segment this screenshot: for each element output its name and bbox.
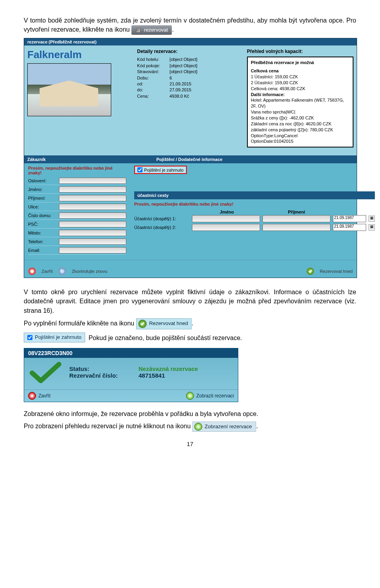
traveller-label: Účastníci (dospělý) 2: bbox=[134, 225, 190, 230]
traveller-label: Účastníci (dospělý) 1: bbox=[134, 216, 190, 221]
traveller-header-row: Jméno Příjmení bbox=[134, 209, 375, 215]
reserve-now-icon[interactable] bbox=[306, 267, 314, 275]
reservation-code: 08V223RCD3N00 bbox=[24, 348, 238, 358]
screenshot-reservation-status: 08V223RCD3N00 Status: Nezávazná rezervac… bbox=[24, 348, 238, 402]
capacity-line: 1 Účastníci: 159,00 CZK bbox=[251, 74, 350, 80]
close-label[interactable]: Zavřít bbox=[42, 269, 53, 274]
paragraph-3-text: Po vyplnění formuláře klikněte na ikonu bbox=[24, 320, 134, 327]
capacity-line: 2 Účastníci: 159,00 CZK bbox=[251, 80, 350, 86]
detail-value: [object Object] bbox=[169, 63, 197, 69]
traveller-surname-input[interactable] bbox=[262, 224, 331, 231]
detail-key: do: bbox=[137, 87, 169, 93]
detail-key: Kód pokoje: bbox=[137, 63, 169, 69]
traveller-name-input[interactable] bbox=[192, 215, 260, 222]
customer-field-row: Email: bbox=[28, 247, 126, 255]
hotel-title: Falkneralm bbox=[27, 49, 134, 61]
reserve-button-inline[interactable]: rezervovat bbox=[131, 25, 172, 35]
calendar-icon[interactable]: ▦ bbox=[369, 216, 375, 222]
insurance-text: Pokud je označeno, bude pojištění součás… bbox=[89, 335, 242, 341]
text-input[interactable] bbox=[59, 212, 126, 219]
text-input[interactable] bbox=[59, 221, 126, 227]
section-bar-customer: Zákazník bbox=[24, 155, 153, 163]
capacity-line: Celková cena: 4938,00 CZK bbox=[251, 86, 350, 92]
customer-form: Prosím, nepoužívejte diakritiku nebo jin… bbox=[24, 163, 130, 260]
detail-value: 27.09.2015 bbox=[169, 87, 191, 93]
customer-field-row: Jméno: bbox=[28, 186, 126, 194]
status-grid: Status: Nezávazná rezervace Rezervační č… bbox=[69, 365, 198, 379]
text-input[interactable] bbox=[59, 195, 126, 201]
detail-key: Kód hotelu: bbox=[137, 57, 169, 62]
reserve-now-chip[interactable]: Rezervovat hned bbox=[136, 318, 192, 329]
text-input[interactable] bbox=[59, 230, 126, 236]
insurance-col: Pojištění je zahrnuto účastníci cesty Pr… bbox=[130, 163, 379, 260]
check-icon bbox=[138, 320, 147, 328]
text-input[interactable] bbox=[59, 204, 126, 210]
insurance-chip-checkbox[interactable] bbox=[27, 335, 32, 340]
text-input[interactable] bbox=[59, 186, 126, 193]
capacity-price-hdr: Celková cena bbox=[251, 68, 350, 74]
recheck-icon[interactable]: ↻ bbox=[58, 267, 66, 275]
paragraph-2: V tomto okně pro urychlení rezervace můž… bbox=[24, 287, 356, 315]
traveller-row: Účastníci (dospělý) 2:21.09.1987▦ bbox=[134, 224, 375, 231]
show-reservation-chip-label: Zobrazení rezervace bbox=[205, 423, 252, 431]
text-input[interactable] bbox=[59, 238, 126, 245]
col-capacity: Přehled volných kapacit: Předběžná rezer… bbox=[247, 49, 353, 147]
capacity-info-hdr: Další informace: bbox=[251, 92, 350, 98]
field-label: Číslo domu: bbox=[28, 213, 59, 218]
traveller-name-input[interactable] bbox=[192, 224, 260, 231]
capacity-line: Základní cena za noc ([6]x): 4620,00 CZK bbox=[251, 121, 350, 127]
close-ball-icon bbox=[28, 392, 36, 400]
customer-field-row: PSČ: bbox=[28, 221, 126, 229]
section-bar-insurance: Pojištění / Dodatečné informace bbox=[153, 155, 357, 163]
capacity-possible: Předběžná rezervace je možná bbox=[251, 60, 350, 66]
close-icon[interactable]: ⦸ bbox=[28, 267, 36, 275]
status-close-label: Zavřít bbox=[38, 393, 51, 399]
customer-field-row: Město: bbox=[28, 230, 126, 237]
field-label: Oslovení: bbox=[28, 178, 59, 183]
insurance-included-highlight[interactable]: Pojištění je zahrnuto bbox=[134, 166, 187, 174]
section-bar-travellers: účastníci cesty bbox=[134, 191, 375, 199]
field-label: Jméno: bbox=[28, 187, 59, 192]
capacity-line: Vana nebo sprcha|WC| bbox=[251, 109, 350, 115]
customer-field-row: Oslovení: bbox=[28, 178, 126, 185]
building-icon bbox=[135, 27, 142, 33]
col-hotel: Falkneralm bbox=[27, 49, 134, 147]
status-show-button[interactable]: Zobrazit rezervaci bbox=[186, 392, 234, 400]
field-label: Ulice: bbox=[28, 204, 59, 209]
diacritics-warning-2: Prosím, nepoužívejte diakritiku nebo jin… bbox=[134, 202, 375, 206]
traveller-birthdate[interactable]: 21.09.1987 bbox=[333, 215, 366, 222]
traveller-surname-input[interactable] bbox=[262, 215, 331, 222]
text-input[interactable] bbox=[59, 178, 126, 184]
detail-value: 21.09.2015 bbox=[169, 81, 191, 87]
show-reservation-chip[interactable]: Zobrazení rezervace bbox=[192, 422, 256, 432]
traveller-birthdate[interactable]: 21.09.1987 bbox=[333, 224, 366, 231]
field-label: Příjmení: bbox=[28, 196, 59, 200]
svg-rect-4 bbox=[138, 30, 139, 31]
svg-rect-3 bbox=[137, 30, 137, 31]
calendar-icon[interactable]: ▦ bbox=[369, 224, 375, 231]
green-ball-icon bbox=[194, 423, 202, 431]
status-show-label: Zobrazit rezervaci bbox=[196, 393, 234, 399]
insurance-chip[interactable]: Pojištění je zahrnuto bbox=[24, 333, 85, 342]
intro-paragraph: V tomto bodě zohledňuje systém, zda je z… bbox=[24, 16, 356, 35]
text-input[interactable] bbox=[59, 247, 126, 253]
detail-value: 6 bbox=[169, 75, 172, 81]
show-ball-icon bbox=[186, 392, 194, 400]
detail-key: Stravování: bbox=[137, 69, 169, 75]
insurance-checkbox[interactable] bbox=[137, 167, 142, 172]
customer-field-row: Číslo domu: bbox=[28, 212, 126, 220]
screenshot-reservation-form: rezervace (Předběžně rezervovat) Falkner… bbox=[24, 38, 357, 278]
detail-key: od: bbox=[137, 81, 169, 87]
status-value: Nezávazná rezervace bbox=[139, 365, 198, 372]
reserve-now-chip-label: Rezervovat hned bbox=[149, 320, 188, 327]
traveller-row: Účastníci (dospělý) 1:21.09.1987▦ bbox=[134, 215, 375, 222]
bottom-bar: ⦸ Zavřít ↻ Zkontrolujte znovu Rezervovat… bbox=[24, 260, 357, 278]
reserve-button-label: rezervovat bbox=[144, 27, 168, 33]
detail-value: [object Object] bbox=[169, 69, 197, 75]
reserve-now-label[interactable]: Rezervovat hned bbox=[320, 269, 353, 274]
detail-value: 4938.0 Kč bbox=[169, 93, 189, 99]
paragraph-5: Pro zobrazení přehledu rezervací je nutn… bbox=[24, 422, 356, 432]
status-close-button[interactable]: Zavřít bbox=[28, 392, 51, 400]
paragraph-4: Zobrazené okno informuje, že rezervace p… bbox=[24, 409, 356, 418]
recheck-label[interactable]: Zkontrolujte znovu bbox=[72, 269, 107, 274]
